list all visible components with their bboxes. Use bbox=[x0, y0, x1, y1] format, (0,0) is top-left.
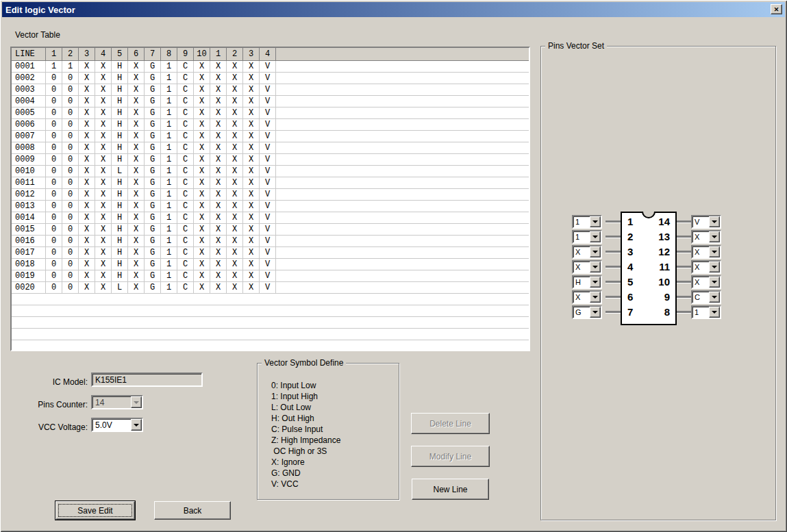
pin-8-combo[interactable]: 1 bbox=[691, 305, 721, 319]
vector-cell: H bbox=[112, 201, 128, 212]
vector-cell: X bbox=[227, 212, 243, 223]
pin-combo-dropdown-button[interactable] bbox=[709, 246, 720, 257]
table-row[interactable]: 000700XXHXG1CXXXXV bbox=[12, 131, 529, 142]
pin-14-combo[interactable]: V bbox=[691, 215, 721, 229]
pin-9-combo[interactable]: C bbox=[691, 290, 721, 304]
table-row[interactable]: 000900XXHXG1CXXXXV bbox=[12, 154, 529, 166]
table-row[interactable]: 000800XXHXG1CXXXXV bbox=[12, 142, 529, 154]
table-row[interactable]: 001200XXHXG1CXXXXV bbox=[12, 189, 529, 201]
pins-counter-combo[interactable]: 14 bbox=[91, 395, 143, 409]
pin-combo-value: X bbox=[692, 262, 709, 273]
pin-11-combo[interactable]: X bbox=[691, 260, 721, 274]
table-row[interactable]: 001600XXHXG1CXXXXV bbox=[12, 236, 529, 247]
table-row[interactable]: 001300XXHXG1CXXXXV bbox=[12, 201, 529, 212]
vector-cell: G bbox=[145, 236, 161, 246]
pin-combo-dropdown-button[interactable] bbox=[709, 262, 720, 273]
pin-7-combo[interactable]: G bbox=[572, 305, 602, 319]
pin-lead bbox=[677, 281, 692, 283]
table-row[interactable]: 000500XXHXG1CXXXXV bbox=[12, 107, 529, 119]
pin-combo-dropdown-button[interactable] bbox=[590, 216, 601, 227]
vector-cell: L bbox=[112, 282, 128, 293]
pin-12-combo[interactable]: X bbox=[691, 245, 721, 259]
table-row[interactable]: 000300XXHXG1CXXXXV bbox=[12, 84, 529, 96]
title-bar[interactable]: Edit logic Vector ✕ bbox=[2, 2, 785, 17]
table-row[interactable]: 001900XXHXG1CXXXXV bbox=[12, 270, 529, 282]
vector-cell: X bbox=[194, 131, 210, 142]
vcc-voltage-combo[interactable]: 5.0V bbox=[91, 418, 143, 432]
table-row[interactable]: 001800XXHXG1CXXXXV bbox=[12, 259, 529, 270]
close-button[interactable]: ✕ bbox=[771, 4, 782, 14]
vector-cell: V bbox=[260, 201, 276, 212]
pin-combo-dropdown-button[interactable] bbox=[709, 231, 720, 242]
vector-cell: C bbox=[177, 247, 194, 258]
delete-line-button[interactable]: Delete Line bbox=[411, 413, 490, 434]
modify-line-button[interactable]: Modify Line bbox=[411, 446, 490, 467]
new-line-button[interactable]: New Line bbox=[412, 479, 489, 500]
vector-table[interactable]: LINE123456789101234 000111XXHXG1CXXXXV00… bbox=[10, 47, 530, 351]
column-header: 8 bbox=[161, 48, 177, 61]
vector-cell: 0 bbox=[46, 154, 62, 165]
vector-cell: 0 bbox=[46, 142, 62, 153]
table-row[interactable]: 000400XXHXG1CXXXXV bbox=[12, 96, 529, 107]
pin-number: 1 bbox=[627, 214, 633, 229]
pin-5-combo[interactable]: H bbox=[572, 275, 602, 289]
pin-combo-dropdown-button[interactable] bbox=[590, 277, 601, 288]
pin-combo-dropdown-button[interactable] bbox=[709, 216, 720, 227]
pin-10-combo[interactable]: X bbox=[691, 275, 721, 289]
line-number-cell: 0014 bbox=[12, 212, 46, 223]
table-row[interactable]: 000111XXHXG1CXXXXV bbox=[12, 61, 529, 73]
vector-cell: 0 bbox=[46, 224, 62, 235]
vector-cell: X bbox=[194, 73, 210, 84]
pin-13-combo[interactable]: X bbox=[691, 230, 721, 244]
pin-1-combo[interactable]: 1 bbox=[572, 215, 602, 229]
pins-counter-dropdown-button[interactable] bbox=[131, 396, 142, 408]
table-row[interactable]: 001100XXHXG1CXXXXV bbox=[12, 177, 529, 189]
vector-cell: C bbox=[177, 224, 194, 235]
pin-combo-dropdown-button[interactable] bbox=[590, 307, 601, 318]
table-row[interactable]: 001000XXLXG1CXXXXV bbox=[12, 166, 529, 177]
pin-combo-dropdown-button[interactable] bbox=[709, 307, 720, 318]
vector-cell: X bbox=[194, 96, 210, 107]
save-edit-button[interactable]: Save Edit bbox=[55, 501, 135, 520]
vector-cell: G bbox=[145, 224, 161, 235]
table-row[interactable]: 001500XXHXG1CXXXXV bbox=[12, 224, 529, 236]
pin-number: 3 bbox=[627, 244, 633, 259]
vector-cell: X bbox=[128, 212, 145, 223]
pin-2-combo[interactable]: 1 bbox=[572, 230, 602, 244]
pin-number: 9 bbox=[664, 290, 670, 305]
pin-combo-dropdown-button[interactable] bbox=[590, 292, 601, 303]
pin-combo-dropdown-button[interactable] bbox=[709, 277, 720, 288]
vcc-voltage-dropdown-button[interactable] bbox=[131, 419, 142, 431]
vector-cell: V bbox=[260, 282, 276, 293]
pin-combo-dropdown-button[interactable] bbox=[590, 262, 601, 273]
vector-cell: V bbox=[260, 107, 276, 118]
pin-combo-value: X bbox=[573, 246, 590, 257]
pin-combo-dropdown-button[interactable] bbox=[590, 231, 601, 242]
pin-3-combo[interactable]: X bbox=[572, 245, 602, 259]
vector-cell: C bbox=[177, 142, 194, 153]
table-row[interactable]: 001700XXHXG1CXXXXV bbox=[12, 247, 529, 259]
table-row[interactable]: 002000XXLXG1CXXXXV bbox=[12, 282, 529, 294]
vector-cell: X bbox=[243, 177, 260, 188]
pin-4-combo[interactable]: X bbox=[572, 260, 602, 274]
table-row[interactable]: 000600XXHXG1CXXXXV bbox=[12, 119, 529, 131]
back-button[interactable]: Back bbox=[154, 501, 231, 520]
vector-cell: 0 bbox=[46, 107, 62, 118]
vector-cell: 0 bbox=[62, 282, 79, 293]
vector-cell: 0 bbox=[46, 96, 62, 107]
vector-cell: X bbox=[210, 282, 227, 293]
ic-model-input[interactable]: K155IE1 bbox=[91, 372, 203, 387]
column-header: 2 bbox=[62, 48, 79, 61]
pin-combo-dropdown-button[interactable] bbox=[709, 292, 720, 303]
pins-counter-value: 14 bbox=[92, 396, 131, 408]
vector-cell: 0 bbox=[46, 270, 62, 281]
pin-6-combo[interactable]: X bbox=[572, 290, 602, 304]
column-header: 3 bbox=[243, 48, 260, 61]
vector-cell: 0 bbox=[46, 131, 62, 142]
table-row[interactable]: 000200XXHXG1CXXXXV bbox=[12, 73, 529, 84]
line-number-cell: 0004 bbox=[12, 96, 46, 107]
table-row[interactable]: 001400XXHXG1CXXXXV bbox=[12, 212, 529, 224]
vector-cell: H bbox=[112, 107, 128, 118]
pin-number: 13 bbox=[658, 229, 670, 244]
pin-combo-dropdown-button[interactable] bbox=[590, 246, 601, 257]
